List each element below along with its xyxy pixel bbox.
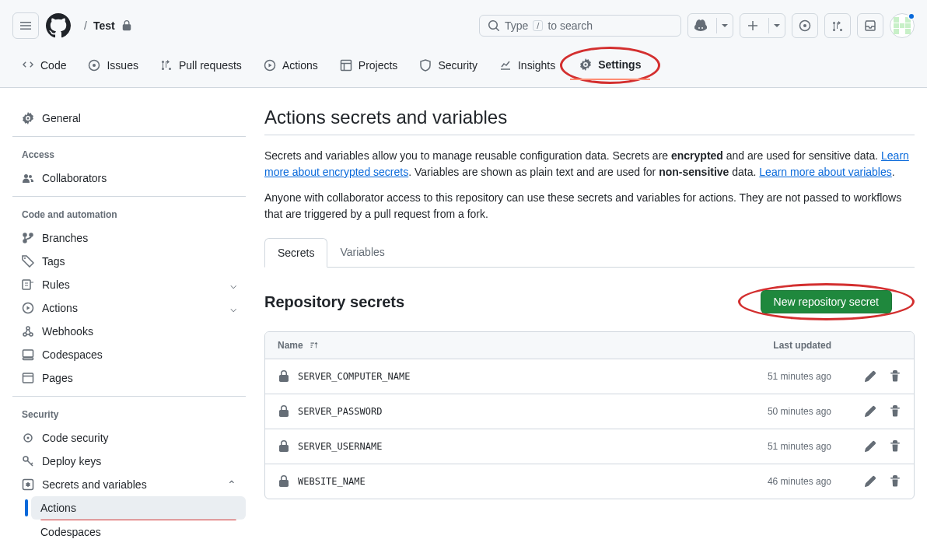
tab-secrets[interactable]: Secrets [264,238,327,268]
sidebar-item-pages[interactable]: Pages [12,366,246,390]
secrets-table: Name Last updated SERVER_COMPUTER_NAME51… [264,331,915,499]
tab-variables[interactable]: Variables [327,238,397,267]
pencil-icon [864,440,876,453]
sort-icon[interactable] [308,340,319,351]
top-bar: / Test Type / to search [0,0,927,88]
scan-icon [22,432,34,444]
sidebar-section-security: Security [12,403,246,426]
sidebar-section-access: Access [12,143,246,166]
tag-icon [22,255,34,268]
sidebar-item-collaborators[interactable]: Collaborators [12,166,246,190]
tab-projects[interactable]: Projects [331,45,408,87]
lock-icon [278,475,290,488]
tab-insights[interactable]: Insights [490,45,565,87]
sidebar-item-webhooks[interactable]: Webhooks [12,320,246,343]
key-icon [22,455,34,467]
breadcrumb-repo[interactable]: Test [93,19,115,32]
issue-icon [88,59,100,72]
secret-name: SERVER_COMPUTER_NAME [278,370,715,383]
trash-icon [889,370,901,383]
edit-button[interactable] [864,440,876,453]
sidebar-item-general[interactable]: General [12,107,246,130]
secret-name: SERVER_PASSWORD [278,405,715,418]
table-row: SERVER_USERNAME51 minutes ago [265,429,914,464]
table-row: WEBSITE_NAME46 minutes ago [265,464,914,499]
tab-code[interactable]: Code [12,45,75,87]
col-name: Name [278,340,303,351]
identicon [894,17,911,34]
sidebar-item-rules[interactable]: Rules ⌵ [12,273,246,296]
pulls-button[interactable] [824,13,851,38]
sidebar-sub-codespaces[interactable]: Codespaces [31,520,246,544]
sidebar-item-actions[interactable]: Actions ⌵ [12,296,246,320]
github-logo[interactable] [45,12,72,39]
table-row: SERVER_PASSWORD50 minutes ago [265,394,914,429]
sidebar-item-branches[interactable]: Branches [12,226,246,250]
notification-dot [908,12,915,20]
trash-icon [889,440,901,453]
people-icon [22,172,34,184]
tab-actions[interactable]: Actions [254,45,327,87]
asterisk-icon [22,478,34,491]
menu-button[interactable] [12,12,39,39]
menu-icon [19,19,32,32]
sidebar-item-tags[interactable]: Tags [12,250,246,273]
secret-updated: 51 minutes ago [715,441,831,452]
inbox-button[interactable] [857,13,883,38]
link-variables[interactable]: Learn more about variables [759,166,891,178]
create-button[interactable] [740,13,785,38]
search-input[interactable]: Type / to search [479,15,681,37]
secret-name: WEBSITE_NAME [278,475,715,488]
tab-security[interactable]: Security [410,45,487,87]
secrets-tabs: Secrets Variables [264,238,915,268]
delete-button[interactable] [889,405,901,418]
pencil-icon [864,405,876,418]
sidebar-sub-actions[interactable]: Actions [31,496,246,520]
sidebar-item-secrets-vars[interactable]: Secrets and variables ⌃ [12,473,246,496]
edit-button[interactable] [864,475,876,488]
tab-pulls[interactable]: Pull requests [151,45,251,87]
svg-rect-12 [23,350,33,357]
chevron-down-icon: ⌵ [230,278,236,291]
new-secret-button[interactable]: New repository secret [761,290,892,313]
repo-secrets-heading: Repository secrets [264,293,404,311]
svg-rect-13 [23,358,33,360]
search-placeholder-prefix: Type [505,19,528,32]
edit-button[interactable] [864,370,876,383]
secret-name: SERVER_USERNAME [278,440,715,453]
avatar[interactable] [890,13,915,38]
svg-point-9 [23,333,26,336]
shield-icon [419,59,432,72]
copilot-button[interactable] [687,13,733,38]
issues-button[interactable] [792,13,818,38]
delete-button[interactable] [889,370,901,383]
edit-button[interactable] [864,405,876,418]
gear-icon [579,58,592,71]
description-1: Secrets and variables allow you to manag… [264,148,915,180]
svg-rect-14 [23,373,33,383]
highlight-settings-tab: Settings [560,47,660,84]
trash-icon [889,405,901,418]
pencil-icon [864,370,876,383]
codespaces-icon [22,348,34,361]
sidebar-item-deploy-keys[interactable]: Deploy keys [12,450,246,473]
delete-button[interactable] [889,440,901,453]
highlight-new-secret: New repository secret [738,283,915,320]
pull-request-icon [160,59,173,72]
inbox-icon [864,19,876,32]
sidebar-item-code-security[interactable]: Code security [12,426,246,450]
secret-updated: 46 minutes ago [715,476,831,487]
breadcrumb: / Test [84,19,132,32]
pull-request-icon [831,19,844,32]
tab-issues[interactable]: Issues [79,45,147,87]
lock-icon [278,440,290,453]
breadcrumb-sep: / [84,19,87,32]
sidebar-item-codespaces[interactable]: Codespaces [12,343,246,366]
settings-sidebar: General Access Collaborators Code and au… [12,107,246,544]
delete-button[interactable] [889,475,901,488]
svg-point-3 [93,64,96,67]
copilot-icon [694,19,707,32]
tab-settings[interactable]: Settings [570,51,650,80]
code-icon [22,59,34,72]
chevron-down-icon: ⌵ [230,302,236,314]
